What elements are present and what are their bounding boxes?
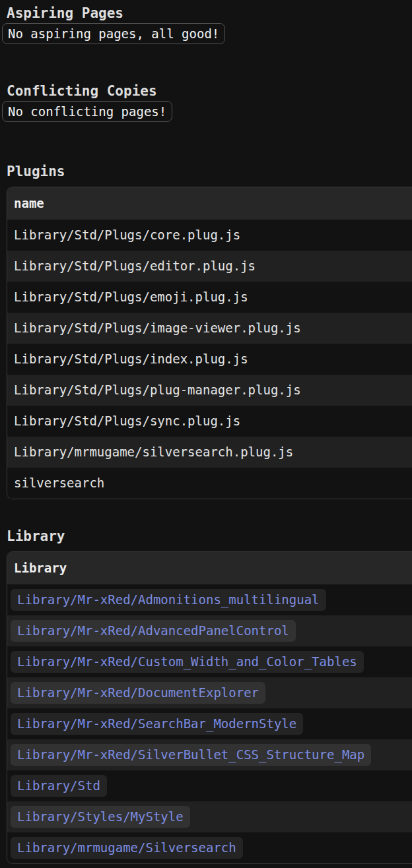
plugin-name-cell: Library/mrmugame/silversearch.plug.js [7, 437, 412, 468]
page-link[interactable]: Library/Mr-xRed/Admonitions_multilingual [11, 589, 326, 611]
plugin-name-cell: Library/Std/Plugs/image-viewer.plug.js [7, 313, 412, 344]
library-link-cell: Library/Mr-xRed/DocumentExplorer [7, 677, 412, 708]
plugin-name-cell: Library/Std/Plugs/emoji.plug.js [7, 282, 412, 313]
library-link-cell: Library/Mr-xRed/SearchBar_ModernStyle [7, 708, 412, 739]
page-link[interactable]: Library/Mr-xRed/Custom_Width_and_Color_T… [11, 651, 364, 673]
library-link-cell: Library/Mr-xRed/Custom_Width_and_Color_T… [7, 646, 412, 677]
library-table: Library Library/Mr-xRed/Admonitions_mult… [7, 552, 412, 863]
table-row: silversearch [7, 468, 412, 499]
aspiring-pages-section: Aspiring Pages No aspiring pages, all go… [0, 0, 412, 44]
plugins-table-wrap: name Library/Std/Plugs/core.plug.jsLibra… [7, 187, 412, 499]
plugin-name-cell: Library/Std/Plugs/core.plug.js [7, 220, 412, 251]
page-link[interactable]: Library/Mr-xRed/DocumentExplorer [11, 682, 265, 704]
library-link-cell: Library/Std [7, 770, 412, 801]
plugins-table-header-row: name [7, 187, 412, 220]
plugins-table: name Library/Std/Plugs/core.plug.jsLibra… [7, 187, 412, 499]
plugin-name-cell: silversearch [7, 468, 412, 499]
plugin-name-cell: Library/Std/Plugs/plug-manager.plug.js [7, 375, 412, 406]
table-row: Library/Std/Plugs/image-viewer.plug.js [7, 313, 412, 344]
page-link[interactable]: Library/Mr-xRed/SilverBullet_CSS_Structu… [11, 744, 371, 766]
conflicting-copies-title: Conflicting Copies [7, 83, 412, 99]
table-row: Library/Std/Plugs/editor.plug.js [7, 251, 412, 282]
library-table-header-library: Library [7, 552, 412, 584]
library-section: Library Library Library/Mr-xRed/Admoniti… [0, 528, 412, 864]
plugin-name-cell: Library/Std/Plugs/sync.plug.js [7, 406, 412, 437]
library-link-cell: Library/Styles/MyStyle [7, 801, 412, 832]
aspiring-pages-message: No aspiring pages, all good! [2, 23, 225, 44]
table-row: Library/Std/Plugs/sync.plug.js [7, 406, 412, 437]
library-link-cell: Library/Mr-xRed/AdvancedPanelControl [7, 615, 412, 646]
table-row: Library/Std [7, 770, 412, 801]
table-row: Library/mrmugame/Silversearch [7, 832, 412, 863]
plugin-name-cell: Library/Std/Plugs/index.plug.js [7, 344, 412, 375]
table-row: Library/Mr-xRed/DocumentExplorer [7, 677, 412, 708]
library-table-wrap: Library Library/Mr-xRed/Admonitions_mult… [7, 551, 412, 864]
library-link-cell: Library/Mr-xRed/SilverBullet_CSS_Structu… [7, 739, 412, 770]
page-link[interactable]: Library/mrmugame/Silversearch [11, 837, 243, 859]
table-row: Library/mrmugame/silversearch.plug.js [7, 437, 412, 468]
library-table-header-row: Library [7, 552, 412, 584]
page-link[interactable]: Library/Std [11, 775, 107, 797]
library-table-body: Library/Mr-xRed/Admonitions_multilingual… [7, 584, 412, 863]
library-link-cell: Library/mrmugame/Silversearch [7, 832, 412, 863]
table-row: Library/Mr-xRed/Admonitions_multilingual [7, 584, 412, 615]
aspiring-pages-title: Aspiring Pages [7, 5, 412, 21]
page-link[interactable]: Library/Mr-xRed/SearchBar_ModernStyle [11, 713, 303, 735]
table-row: Library/Mr-xRed/Custom_Width_and_Color_T… [7, 646, 412, 677]
library-link-cell: Library/Mr-xRed/Admonitions_multilingual [7, 584, 412, 615]
table-row: Library/Mr-xRed/SilverBullet_CSS_Structu… [7, 739, 412, 770]
page-link[interactable]: Library/Mr-xRed/AdvancedPanelControl [11, 620, 296, 642]
plugins-title: Plugins [7, 164, 412, 179]
plugin-name-cell: Library/Std/Plugs/editor.plug.js [7, 251, 412, 282]
table-row: Library/Std/Plugs/core.plug.js [7, 220, 412, 251]
table-row: Library/Std/Plugs/index.plug.js [7, 344, 412, 375]
library-title: Library [7, 528, 412, 544]
plugins-table-body: Library/Std/Plugs/core.plug.jsLibrary/St… [7, 220, 412, 499]
table-row: Library/Mr-xRed/AdvancedPanelControl [7, 615, 412, 646]
plugins-section: Plugins name Library/Std/Plugs/core.plug… [0, 164, 412, 499]
conflicting-copies-section: Conflicting Copies No conflicting pages! [0, 83, 412, 122]
page-link[interactable]: Library/Styles/MyStyle [11, 806, 190, 828]
plugins-table-header-name: name [7, 187, 412, 220]
table-row: Library/Styles/MyStyle [7, 801, 412, 832]
table-row: Library/Mr-xRed/SearchBar_ModernStyle [7, 708, 412, 739]
table-row: Library/Std/Plugs/emoji.plug.js [7, 282, 412, 313]
conflicting-copies-message: No conflicting pages! [2, 101, 172, 122]
table-row: Library/Std/Plugs/plug-manager.plug.js [7, 375, 412, 406]
